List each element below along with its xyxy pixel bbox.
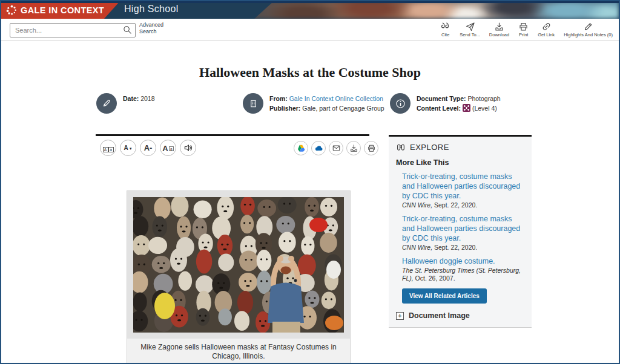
brand-name: GALE IN CONTEXT: [21, 5, 104, 15]
document-image-toggle[interactable]: + Document Image: [396, 311, 524, 320]
highlighter-icon: [583, 22, 593, 31]
meta-source: From: Gale In Context Online Collection …: [243, 93, 384, 114]
related-article: Halloween doggie costume. The St. Peters…: [402, 256, 524, 282]
main-toolbar: Advanced Search Cite Send To... Download…: [1, 19, 619, 41]
document-image-label: Document Image: [409, 311, 470, 320]
font-size-increase-button[interactable]: A-: [140, 140, 156, 156]
page-title: Halloween Masks at the Costume Shop: [1, 65, 619, 80]
product-name: High School: [124, 4, 179, 15]
print-icon: [367, 144, 376, 152]
meta-doc-info: Document Type: Photograph Content Level:…: [390, 93, 501, 114]
advanced-search-link[interactable]: Advanced Search: [139, 22, 167, 35]
article-link[interactable]: Halloween doggie costume.: [402, 256, 524, 266]
print-icon: [518, 22, 529, 31]
download-button[interactable]: Download: [489, 22, 509, 37]
translate-button[interactable]: Aa: [100, 140, 116, 156]
download-icon: [494, 22, 504, 31]
highlights-notes-button[interactable]: Highlights And Notes (0): [564, 22, 613, 37]
google-drive-button[interactable]: [294, 141, 308, 155]
meta-date: Date: 2018: [96, 93, 155, 114]
display-options-icon: Aa: [162, 143, 173, 154]
brand-logo-area[interactable]: GALE IN CONTEXT: [1, 1, 122, 19]
explore-header: EXPLORE: [396, 143, 524, 152]
source-icon: [243, 93, 263, 114]
search-icon[interactable]: [123, 25, 132, 34]
gale-logo-icon: [6, 5, 17, 16]
download-icon: [349, 144, 358, 152]
from-label: From:: [269, 95, 288, 102]
translate-icon: Aa: [103, 143, 114, 154]
font-size-decrease-button[interactable]: A▼: [120, 140, 136, 156]
send-to-button[interactable]: Send To...: [460, 22, 480, 37]
doc-type-value: Photograph: [467, 95, 500, 102]
share-download-button[interactable]: [346, 141, 361, 155]
share-tools: [294, 141, 378, 155]
article-citation: CNN Wire, Sept. 22, 2020.: [402, 201, 524, 209]
share-print-button[interactable]: [364, 141, 378, 155]
article-link[interactable]: Trick-or-treating, costume masks and Hal…: [402, 172, 524, 201]
cite-icon: [440, 22, 450, 31]
halloween-masks-photo[interactable]: [133, 197, 344, 333]
article-citation: The St. Petersburg Times (St. Petersburg…: [402, 267, 524, 282]
cite-button[interactable]: Cite: [440, 22, 450, 37]
site-header: GALE IN CONTEXT High School: [1, 1, 619, 19]
google-drive-icon: [297, 145, 305, 152]
doc-type-label: Document Type:: [417, 95, 466, 102]
figure-caption-area: Mike Zagone sells Halloween masks at Fan…: [127, 339, 350, 364]
toolbar-actions: Cite Send To... Download Print Get Link: [440, 22, 613, 37]
content-level-label: Content Level:: [417, 105, 461, 112]
related-article: Trick-or-treating, costume masks and Hal…: [402, 214, 524, 252]
info-icon: [390, 93, 411, 114]
date-icon: [96, 93, 117, 114]
onedrive-icon: [314, 145, 323, 152]
get-link-button[interactable]: Get Link: [538, 22, 555, 37]
content-divider: [96, 134, 369, 136]
onedrive-button[interactable]: [311, 141, 326, 155]
publisher-value: Gale, part of Cengage Group: [302, 105, 384, 112]
explore-panel: EXPLORE More Like This Trick-or-treating…: [389, 135, 532, 328]
text-tools: Aa A▼ A- Aa: [100, 140, 196, 156]
date-label: Date:: [123, 95, 139, 102]
listen-button[interactable]: [180, 140, 196, 156]
figure-caption: Mike Zagone sells Halloween masks at Fan…: [133, 343, 344, 361]
search-input[interactable]: [10, 23, 136, 37]
explore-heading: EXPLORE: [410, 143, 449, 152]
content-level-value: (Level 4): [472, 105, 497, 112]
get-link-icon: [541, 22, 552, 31]
font-increase-icon: A-: [144, 143, 153, 152]
email-icon: [332, 144, 341, 152]
print-button[interactable]: Print: [518, 22, 529, 37]
expand-plus-icon: +: [396, 312, 404, 320]
document-figure: Mike Zagone sells Halloween masks at Fan…: [127, 190, 351, 364]
email-button[interactable]: [329, 141, 343, 155]
binoculars-icon: [396, 143, 406, 152]
more-like-this-heading: More Like This: [396, 158, 524, 167]
speaker-icon: [183, 143, 193, 152]
send-icon: [465, 22, 475, 31]
article-link[interactable]: Trick-or-treating, costume masks and Hal…: [402, 214, 524, 243]
view-all-related-button[interactable]: View All Related Articles: [402, 288, 487, 304]
date-value: 2018: [140, 95, 154, 102]
font-decrease-icon: A▼: [124, 145, 132, 151]
search-box: [10, 23, 136, 37]
photo-mat: [127, 191, 350, 339]
content-level-badge-icon: [463, 104, 470, 112]
from-link[interactable]: Gale In Context Online Collection: [289, 95, 383, 102]
related-article: Trick-or-treating, costume masks and Hal…: [402, 172, 524, 209]
display-options-button[interactable]: Aa: [160, 140, 176, 156]
article-citation: CNN Wire, Sept. 22, 2020.: [402, 244, 524, 252]
header-top-line: [1, 1, 619, 3]
publisher-label: Publisher:: [269, 105, 300, 112]
